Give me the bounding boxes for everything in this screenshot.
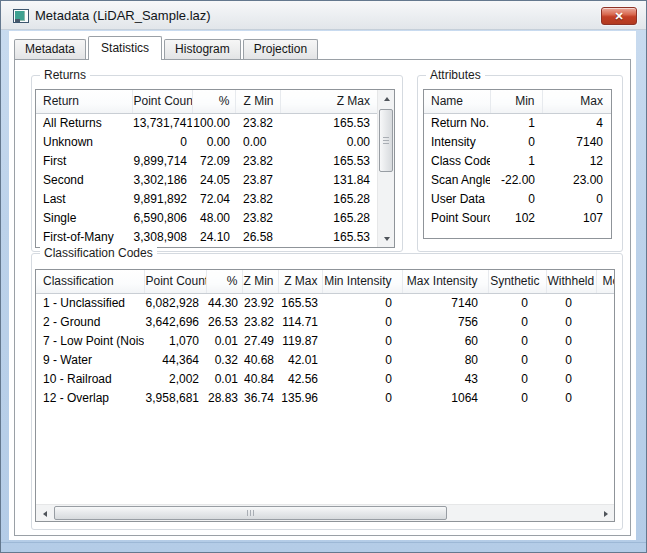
cell <box>596 369 615 388</box>
tab-statistics[interactable]: Statistics <box>88 36 162 60</box>
cell: First <box>36 151 132 170</box>
cell: 72.04 <box>192 189 235 208</box>
scroll-left-button[interactable] <box>36 505 53 522</box>
scroll-right-button[interactable] <box>597 505 614 522</box>
cell: 0 <box>546 369 596 388</box>
table-row[interactable]: 9 - Water44,3640.3240.6842.0108000 <box>36 350 615 369</box>
cell: 23.82 <box>242 312 278 331</box>
column-header[interactable]: Point Count <box>144 270 206 293</box>
cell: Single <box>36 208 132 227</box>
column-header[interactable]: Point Count <box>132 90 192 113</box>
table-row[interactable]: 7 - Low Point (Noise)1,0700.0127.49119.8… <box>36 331 615 350</box>
cell: 0 <box>322 388 402 407</box>
column-header[interactable]: Z Min <box>235 90 280 113</box>
cell: 0 <box>322 350 402 369</box>
column-header[interactable]: Min <box>490 90 542 113</box>
cell: 0.01 <box>206 369 242 388</box>
cell: 165.53 <box>280 227 377 246</box>
column-header[interactable]: Max <box>542 90 611 113</box>
scroll-up-button[interactable] <box>378 90 395 107</box>
classification-horizontal-scrollbar[interactable] <box>36 504 614 521</box>
classification-table[interactable]: ClassificationPoint Count%Z MinZ MaxMin … <box>35 269 615 522</box>
table-row[interactable]: Class Code112 <box>424 151 611 170</box>
table-row[interactable]: All Returns13,731,741100.0023.82165.53 <box>36 113 377 132</box>
column-header[interactable]: Name <box>424 90 490 113</box>
table-row[interactable]: Unknown00.000.000.00 <box>36 132 377 151</box>
cell: 44.30 <box>206 293 242 312</box>
cell: 0 <box>488 312 546 331</box>
cell: 0 <box>488 350 546 369</box>
column-header[interactable]: Max Intensity <box>402 270 488 293</box>
cell: 40.68 <box>242 350 278 369</box>
table-row[interactable]: First-of-Many3,308,90824.1026.58165.53 <box>36 227 377 246</box>
returns-vertical-scrollbar[interactable] <box>377 90 394 247</box>
cell: 1 <box>490 113 542 132</box>
attributes-table[interactable]: NameMinMaxReturn No.14Intensity07140Clas… <box>423 89 612 239</box>
cell: Return No. <box>424 113 490 132</box>
scroll-down-button[interactable] <box>378 230 395 247</box>
cell: 6,082,928 <box>144 293 206 312</box>
table-row[interactable]: Scan Angle-22.0023.00 <box>424 170 611 189</box>
cell: 100.00 <box>192 113 235 132</box>
column-header[interactable]: Mo <box>596 270 615 293</box>
table-row[interactable]: First9,899,71472.0923.82165.53 <box>36 151 377 170</box>
arrow-up-icon <box>384 97 390 101</box>
cell: 1 <box>490 151 542 170</box>
cell: 0 <box>490 189 542 208</box>
column-header[interactable]: Min Intensity <box>322 270 402 293</box>
cell: 0 <box>490 132 542 151</box>
cell: 102 <box>490 208 542 227</box>
table-row[interactable]: Single6,590,80648.0023.82165.28 <box>36 208 377 227</box>
app-window-icon <box>13 9 29 23</box>
cell: 0 <box>322 369 402 388</box>
arrow-right-icon <box>604 511 608 517</box>
table-row[interactable]: Intensity07140 <box>424 132 611 151</box>
column-header[interactable]: Z Min <box>242 270 278 293</box>
cell: 0.00 <box>235 132 280 151</box>
cell: 0 <box>488 369 546 388</box>
cell: 23.82 <box>235 208 280 227</box>
column-header[interactable]: % <box>206 270 242 293</box>
column-header[interactable]: Z Max <box>280 90 377 113</box>
cell: 60 <box>402 331 488 350</box>
cell: Class Code <box>424 151 490 170</box>
table-row[interactable]: 12 - Overlap3,958,68128.8336.74135.96010… <box>36 388 615 407</box>
tab-metadata[interactable]: Metadata <box>14 39 86 59</box>
cell: 0 <box>546 312 596 331</box>
close-button[interactable]: ✕ <box>601 7 637 25</box>
cell: First-of-Many <box>36 227 132 246</box>
title-bar[interactable]: Metadata (LiDAR_Sample.laz) ✕ <box>1 1 646 30</box>
table-row[interactable]: 10 - Railroad2,0020.0140.8442.5604300 <box>36 369 615 388</box>
cell: 9,899,714 <box>132 151 192 170</box>
table-row[interactable]: 2 - Ground3,642,69626.5323.82114.7107560… <box>36 312 615 331</box>
cell: 0 <box>488 331 546 350</box>
tab-histogram[interactable]: Histogram <box>164 39 241 59</box>
column-header[interactable]: Synthetic <box>488 270 546 293</box>
column-header[interactable]: Classification <box>36 270 144 293</box>
classification-group-label: Classification Codes <box>40 246 157 260</box>
column-header[interactable]: Z Max <box>278 270 322 293</box>
cell: 2,002 <box>144 369 206 388</box>
scrollbar-thumb[interactable] <box>379 109 393 172</box>
table-row[interactable]: 1 - Unclassified6,082,92844.3023.92165.5… <box>36 293 615 312</box>
cell: 28.83 <box>206 388 242 407</box>
table-row[interactable]: User Data00 <box>424 189 611 208</box>
table-row[interactable]: Last9,891,89272.0423.82165.28 <box>36 189 377 208</box>
cell: 10 - Railroad <box>36 369 144 388</box>
cell: 23.00 <box>542 170 611 189</box>
cell: 165.28 <box>280 208 377 227</box>
returns-table[interactable]: ReturnPoint Count%Z MinZ MaxAll Returns1… <box>35 89 395 248</box>
column-header[interactable]: Withheld <box>546 270 596 293</box>
cell: 131.84 <box>280 170 377 189</box>
cell: 0 <box>488 293 546 312</box>
scrollbar-thumb[interactable] <box>54 506 447 520</box>
table-row[interactable]: Second3,302,18624.0523.87131.84 <box>36 170 377 189</box>
cell: 165.53 <box>278 293 322 312</box>
column-header[interactable]: % <box>192 90 235 113</box>
table-row[interactable]: Return No.14 <box>424 113 611 132</box>
returns-group-label: Returns <box>40 68 90 82</box>
column-header[interactable]: Return <box>36 90 132 113</box>
cell: 12 - Overlap <box>36 388 144 407</box>
table-row[interactable]: Point Source102107 <box>424 208 611 227</box>
tab-projection[interactable]: Projection <box>243 39 318 59</box>
